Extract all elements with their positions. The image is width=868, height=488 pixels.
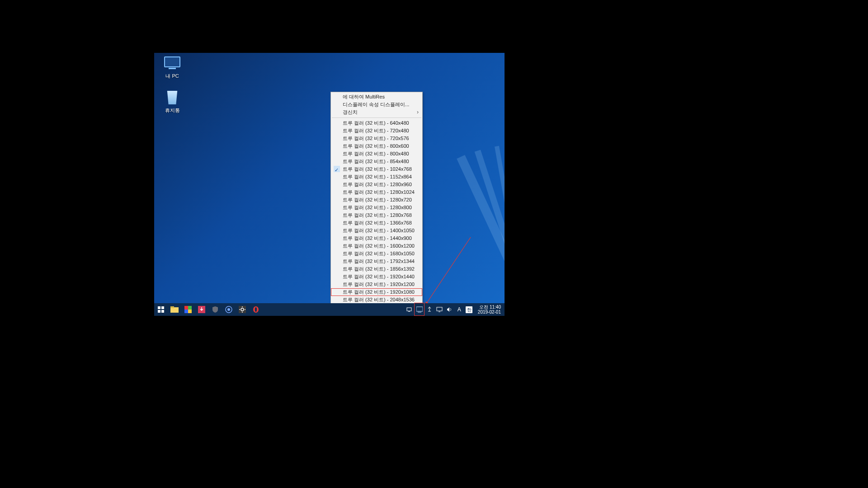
menu-separator (332, 117, 421, 118)
menu-item-resolution-1280x768[interactable]: 트루 컬러 (32 비트) - 1280x768 (331, 211, 422, 219)
taskbar-opera[interactable] (249, 303, 263, 316)
taskbar-shield-app[interactable] (208, 303, 222, 316)
svg-rect-22 (407, 308, 411, 311)
svg-rect-23 (408, 311, 410, 312)
desktop-icon-label: 내 PC (158, 73, 187, 80)
menu-item-resolution-1152x864[interactable]: 트루 컬러 (32 비트) - 1152x864 (331, 173, 422, 181)
menu-item-resolution-1920x1200[interactable]: 트루 컬러 (32 비트) - 1920x1200 (331, 281, 422, 288)
usb-icon (425, 305, 434, 314)
svg-text:한: 한 (467, 307, 472, 312)
taskbar-downloader[interactable] (195, 303, 208, 316)
svg-rect-7 (184, 306, 188, 310)
menu-item-resolution-1920x1440[interactable]: 트루 컬러 (32 비트) - 1920x1440 (331, 273, 422, 281)
multires-context-menu: 에 대하여 MultiRes디스플레이 속성 디스플레이...경신치트루 컬러 … (330, 92, 423, 316)
menu-item-resolution-1680x1050[interactable]: 트루 컬러 (32 비트) - 1680x1050 (331, 250, 422, 258)
svg-point-13 (227, 308, 230, 311)
taskbar-clock[interactable]: 오전 11:40 2019-02-01 (474, 305, 505, 315)
color-picker-icon (184, 305, 192, 314)
svg-rect-9 (184, 310, 188, 313)
start-button[interactable] (154, 303, 168, 316)
taskbar-settings[interactable] (236, 303, 249, 316)
menu-item-resolution-1280x960[interactable]: 트루 컬러 (32 비트) - 1280x960 (331, 181, 422, 188)
menu-item-resolution-1856x1392[interactable]: 트루 컬러 (32 비트) - 1856x1392 (331, 265, 422, 273)
taskbar-color-app[interactable] (181, 303, 195, 316)
svg-rect-24 (416, 307, 423, 311)
tray-ime-a[interactable]: A (454, 303, 464, 316)
svg-rect-6 (170, 306, 174, 308)
desktop-icon-my-pc[interactable]: 내 PC (158, 56, 187, 80)
taskbar-file-explorer[interactable] (168, 303, 181, 316)
opera-icon (252, 305, 260, 314)
menu-item-resolution-1280x1024[interactable]: 트루 컬러 (32 비트) - 1280x1024 (331, 188, 422, 196)
menu-item-top-1[interactable]: 디스플레이 속성 디스플레이... (331, 101, 422, 108)
desktop-screen: 내 PC 휴지통 에 대하여 MultiRes디스플레이 속성 디스플레이...… (154, 53, 505, 316)
display-icon (435, 305, 443, 314)
desktop-icon-recycle-bin[interactable]: 휴지통 (158, 91, 187, 114)
svg-line-0 (425, 237, 471, 305)
menu-item-resolution-854x480[interactable]: 트루 컬러 (32 비트) - 854x480 (331, 158, 422, 165)
tray-network[interactable] (405, 303, 415, 316)
menu-item-resolution-1024x768[interactable]: 트루 컬러 (32 비트) - 1024x768✓ (331, 165, 422, 173)
file-explorer-icon (170, 305, 179, 314)
downloader-icon (198, 305, 206, 314)
svg-point-21 (255, 307, 257, 312)
clock-date: 2019-02-01 (478, 310, 501, 315)
shield-icon (211, 305, 219, 314)
network-icon (406, 305, 414, 314)
tray-multires[interactable] (415, 303, 425, 316)
recycle-bin-icon (163, 91, 181, 105)
svg-rect-8 (188, 306, 192, 310)
menu-item-resolution-1440x900[interactable]: 트루 컬러 (32 비트) - 1440x900 (331, 235, 422, 242)
sound-icon (445, 305, 453, 314)
svg-rect-26 (437, 307, 442, 311)
taskbar-circle-app[interactable] (222, 303, 236, 316)
svg-rect-3 (158, 310, 160, 313)
ime-han-icon: 한 (465, 305, 473, 314)
menu-item-resolution-868x488[interactable]: 트루 컬러 (32 비트) - 868x488 (331, 288, 422, 296)
menu-item-top-2[interactable]: 경신치 (331, 108, 422, 116)
clock-time: 오전 11:40 (478, 305, 501, 310)
circle-app-icon (225, 305, 233, 314)
menu-item-top-0[interactable]: 에 대하여 MultiRes (331, 93, 422, 101)
menu-item-resolution-720x576[interactable]: 트루 컬러 (32 비트) - 720x576 (331, 135, 422, 142)
menu-item-resolution-1280x720[interactable]: 트루 컬러 (32 비트) - 1280x720 (331, 196, 422, 204)
settings-icon (238, 305, 246, 314)
tray-sound[interactable] (444, 303, 454, 316)
ime-a-icon: A (455, 305, 463, 314)
svg-rect-10 (188, 310, 192, 313)
taskbar: A 한 오전 11:40 2019-02-01 (154, 303, 505, 316)
computer-icon (163, 56, 181, 71)
svg-rect-1 (158, 306, 160, 309)
menu-item-resolution-800x480[interactable]: 트루 컬러 (32 비트) - 800x480 (331, 150, 422, 158)
annotation-arrow (421, 233, 480, 310)
menu-item-resolution-1792x1344[interactable]: 트루 컬러 (32 비트) - 1792x1344 (331, 258, 422, 265)
menu-item-resolution-1600x1200[interactable]: 트루 컬러 (32 비트) - 1600x1200 (331, 242, 422, 250)
multires-icon (415, 305, 424, 314)
menu-item-resolution-1366x768[interactable]: 트루 컬러 (32 비트) - 1366x768 (331, 219, 422, 227)
desktop-icon-label: 휴지통 (158, 107, 187, 114)
menu-item-resolution-640x480[interactable]: 트루 컬러 (32 비트) - 640x480 (331, 119, 422, 127)
menu-item-resolution-1400x1050[interactable]: 트루 컬러 (32 비트) - 1400x1050 (331, 227, 422, 235)
tray-ime-han[interactable]: 한 (464, 303, 474, 316)
menu-item-resolution-800x600[interactable]: 트루 컬러 (32 비트) - 800x600 (331, 142, 422, 150)
windows-logo-icon (157, 305, 165, 314)
tray-usb[interactable] (425, 303, 434, 316)
menu-item-resolution-2048x1536[interactable]: 트루 컬러 (32 비트) - 2048x1536 (331, 296, 422, 304)
menu-item-resolution-720x480[interactable]: 트루 컬러 (32 비트) - 720x480 (331, 127, 422, 135)
menu-item-resolution-1280x800[interactable]: 트루 컬러 (32 비트) - 1280x800 (331, 204, 422, 211)
svg-rect-4 (161, 310, 164, 313)
system-tray: A 한 (405, 303, 474, 316)
tray-display[interactable] (434, 303, 444, 316)
svg-rect-2 (161, 306, 164, 309)
